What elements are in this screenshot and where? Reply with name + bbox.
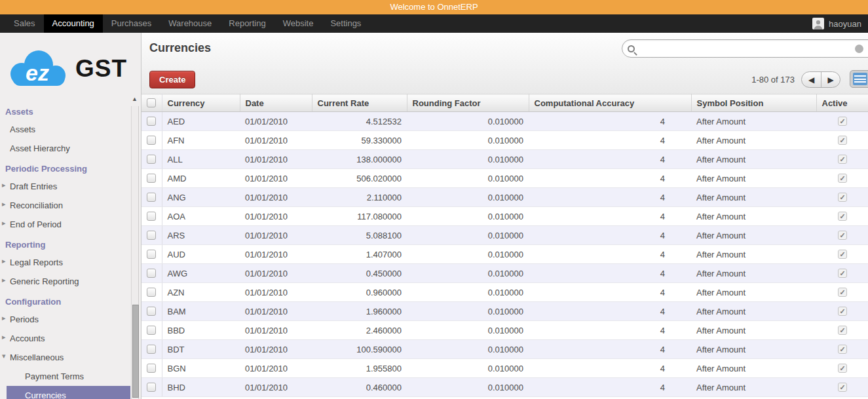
active-checkbox[interactable]: ✓ [838,231,847,240]
column-header-current-rate[interactable]: Current Rate [312,94,407,112]
table-row[interactable]: AUD01/01/20101.4070000.0100004After Amou… [142,245,868,264]
active-checkbox[interactable]: ✓ [838,345,847,354]
table-row[interactable]: ALL01/01/2010138.0000000.0100004After Am… [142,150,868,169]
search-icon[interactable] [628,45,635,52]
currencies-table-container: CurrencyDateCurrent RateRounding FactorC… [142,94,868,399]
row-checkbox[interactable] [147,250,156,259]
row-checkbox[interactable] [147,174,156,183]
row-checkbox[interactable] [147,136,156,145]
cell-date: 01/01/2010 [240,321,312,340]
sidebar-item-generic-reporting[interactable]: ▸Generic Reporting [0,272,141,291]
cell-rounding: 0.010000 [407,150,529,169]
sidebar-item-legal-reports[interactable]: ▸Legal Reports [0,253,141,272]
nav-item-website[interactable]: Website [274,14,322,33]
sidebar-item-miscellaneous[interactable]: ▾Miscellaneous [0,348,141,367]
row-checkbox[interactable] [147,307,156,316]
search-options-icon[interactable] [855,45,863,53]
column-header-symbol-position[interactable]: Symbol Position [691,94,816,112]
table-row[interactable]: AMD01/01/2010506.0200000.0100004After Am… [142,169,868,188]
sidebar-item-accounts[interactable]: ▸Accounts [0,329,141,348]
column-header-rounding-factor[interactable]: Rounding Factor [407,94,529,112]
table-row[interactable]: AZN01/01/20100.9600000.0100004After Amou… [142,283,868,302]
sidebar-item-end-of-period[interactable]: ▸End of Period [0,215,141,234]
sidebar-item-asset-hierarchy[interactable]: Asset Hierarchy [0,139,141,158]
sidebar-item-assets[interactable]: Assets [0,120,141,139]
sidebar-section-reporting[interactable]: Reporting [0,234,141,253]
column-header-computational-accuracy[interactable]: Computational Accuracy [529,94,691,112]
row-checkbox[interactable] [147,288,156,297]
table-row[interactable]: ARS01/01/20105.0881000.0100004After Amou… [142,226,868,245]
column-header-currency[interactable]: Currency [162,94,240,112]
sidebar-item-reconciliation[interactable]: ▸Reconciliation [0,196,141,215]
sidebar-item-label: Legal Reports [10,257,63,267]
nav-item-reporting[interactable]: Reporting [220,14,274,33]
row-select-cell [142,340,162,359]
table-row[interactable]: BBD01/01/20102.4600000.0100004After Amou… [142,321,868,340]
active-checkbox[interactable]: ✓ [838,174,847,183]
nav-item-accounting[interactable]: Accounting [44,14,103,33]
check-icon: ✓ [839,269,845,277]
row-checkbox[interactable] [147,326,156,335]
row-checkbox[interactable] [147,193,156,202]
row-checkbox[interactable] [147,231,156,240]
table-row[interactable]: BAM01/01/20101.9600000.0100004After Amou… [142,302,868,321]
table-row[interactable]: AWG01/01/20100.4500000.0100004After Amou… [142,264,868,283]
row-checkbox[interactable] [147,345,156,354]
previous-page-button[interactable]: ◀ [802,72,821,87]
create-button[interactable]: Create [149,71,195,88]
sidebar-item-payment-terms[interactable]: Payment Terms [0,367,141,386]
row-checkbox[interactable] [147,383,156,392]
row-select-cell [142,169,162,188]
active-checkbox[interactable]: ✓ [838,155,847,164]
active-checkbox[interactable]: ✓ [838,383,847,392]
active-checkbox[interactable]: ✓ [838,288,847,297]
caret-right-icon: ▸ [2,314,6,322]
row-checkbox[interactable] [147,117,156,126]
active-checkbox[interactable]: ✓ [838,307,847,316]
column-header-active[interactable]: Active [816,94,868,112]
table-row[interactable]: ANG01/01/20102.1100000.0100004After Amou… [142,188,868,207]
nav-item-settings[interactable]: Settings [322,14,369,33]
active-checkbox[interactable]: ✓ [838,326,847,335]
column-header-date[interactable]: Date [240,94,312,112]
nav-item-sales[interactable]: Sales [5,14,44,33]
row-checkbox[interactable] [147,269,156,278]
active-checkbox[interactable]: ✓ [838,364,847,373]
sidebar-section-assets[interactable]: Assets [0,101,141,120]
nav-item-warehouse[interactable]: Warehouse [160,14,220,33]
table-row[interactable]: AOA01/01/2010117.0800000.0100004After Am… [142,207,868,226]
sidebar-item-currencies[interactable]: Currencies [7,386,130,399]
user-menu[interactable]: haoyuan [806,14,868,33]
row-checkbox[interactable] [147,212,156,221]
scrollbar-track[interactable] [131,106,139,399]
table-row[interactable]: AFN01/01/201059.3300000.0100004After Amo… [142,131,868,150]
sidebar-section-configuration[interactable]: Configuration [0,291,141,310]
cell-currency: AED [162,112,240,131]
active-checkbox[interactable]: ✓ [838,269,847,278]
row-checkbox[interactable] [147,155,156,164]
active-checkbox[interactable]: ✓ [838,136,847,145]
table-row[interactable]: BDT01/01/2010100.5900000.0100004After Am… [142,340,868,359]
next-page-button[interactable]: ▶ [821,72,840,87]
cell-active: ✓ [816,226,868,245]
scroll-up-icon[interactable]: ▲ [132,96,138,102]
search-input[interactable] [639,44,861,54]
table-row[interactable]: BHD01/01/20100.4600000.0100004After Amou… [142,378,868,397]
table-row[interactable]: BGN01/01/20101.9558000.0100004After Amou… [142,359,868,378]
select-all-checkbox[interactable] [147,98,156,107]
active-checkbox[interactable]: ✓ [838,117,847,126]
active-checkbox[interactable]: ✓ [838,193,847,202]
cell-rate: 506.020000 [312,169,407,188]
table-row[interactable]: AED01/01/20104.5125320.0100004After Amou… [142,112,868,131]
sidebar-section-periodic-processing[interactable]: Periodic Processing [0,158,141,177]
active-checkbox[interactable]: ✓ [838,212,847,221]
row-checkbox[interactable] [147,364,156,373]
nav-item-purchases[interactable]: Purchases [103,14,160,33]
sidebar-item-draft-entries[interactable]: ▸Draft Entries [0,177,141,196]
cell-accuracy: 4 [529,207,691,226]
list-view-button[interactable] [850,70,868,88]
sidebar-item-periods[interactable]: ▸Periods [0,310,141,329]
active-checkbox[interactable]: ✓ [838,250,847,259]
scrollbar-thumb[interactable] [132,305,139,398]
sidebar-item-label: Asset Hierarchy [10,143,70,153]
